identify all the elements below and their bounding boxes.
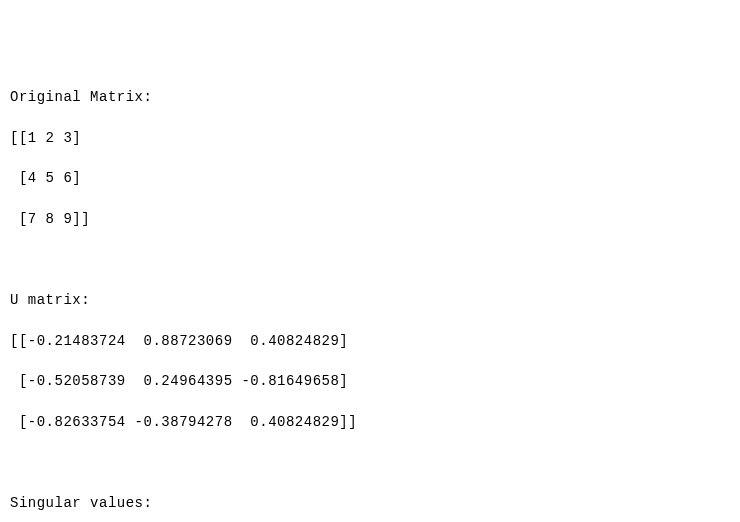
u-matrix-row: [-0.52058739 0.24964395 -0.81649658] (10, 371, 730, 391)
blank-line (10, 250, 730, 270)
u-matrix-row: [[-0.21483724 0.88723069 0.40824829] (10, 331, 730, 351)
singular-values-title: Singular values: (10, 493, 730, 513)
blank-line (10, 453, 730, 473)
original-matrix-row: [4 5 6] (10, 168, 730, 188)
u-matrix-row: [-0.82633754 -0.38794278 0.40824829]] (10, 412, 730, 432)
u-matrix-title: U matrix: (10, 290, 730, 310)
original-matrix-row: [[1 2 3] (10, 128, 730, 148)
original-matrix-row: [7 8 9]] (10, 209, 730, 229)
original-matrix-title: Original Matrix: (10, 87, 730, 107)
